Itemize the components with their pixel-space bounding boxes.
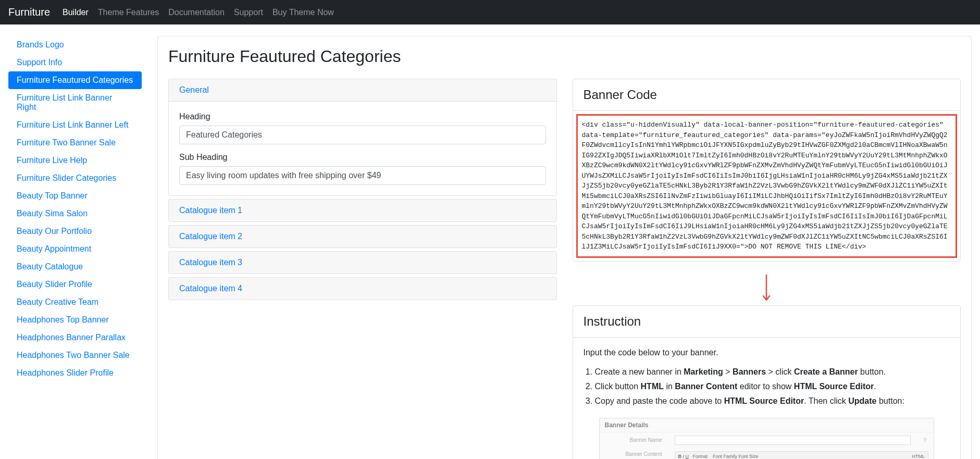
sidebar-item-furniture-two-banner-sale[interactable]: Furniture Two Banner Sale <box>8 134 142 152</box>
nav-link-support[interactable]: Support <box>234 8 263 17</box>
accordion-general: General Heading Sub Heading <box>168 79 557 196</box>
nav-link-theme-features[interactable]: Theme Features <box>98 8 159 17</box>
subheading-label: Sub Heading <box>179 153 546 162</box>
sidebar-item-beauty-our-portfolio[interactable]: Beauty Our Portfolio <box>8 222 142 240</box>
instruction-step-1: Create a new banner in Marketing > Banne… <box>595 366 950 378</box>
instruction-title: Instruction <box>573 306 961 338</box>
accordion-item-1[interactable]: Catalogue item 1 <box>168 199 557 222</box>
banner-code-panel: Banner Code <div class="u-hiddenVisually… <box>573 79 961 262</box>
help-icon: ? <box>923 437 928 443</box>
banner-code-content[interactable]: <div class="u-hiddenVisually" data-local… <box>576 114 958 258</box>
accordion-item-2[interactable]: Catalogue item 2 <box>168 225 557 248</box>
sidebar-item-headphones-two-banner-sale[interactable]: Headphones Two Banner Sale <box>8 346 142 364</box>
sidebar-item-headphones-top-banner[interactable]: Headphones Top Banner <box>8 311 142 329</box>
sidebar-item-beauty-top-banner[interactable]: Beauty Top Banner <box>8 187 142 205</box>
instruction-step-3: Copy and paste the code above to HTML So… <box>595 395 950 407</box>
instruction-step-2: Click button HTML in Banner Content edit… <box>595 380 950 393</box>
subheading-input[interactable] <box>179 166 546 185</box>
instruction-panel: Instruction Input the code below to your… <box>573 305 961 460</box>
instruction-intro: Input the code below to your banner. <box>584 348 950 357</box>
accordion-item-4[interactable]: Catalogue item 4 <box>168 277 557 300</box>
sidebar-item-furniture-feautured-categories[interactable]: Furniture Feautured Categories <box>8 71 142 89</box>
instruction-list: Create a new banner in Marketing > Banne… <box>584 366 950 407</box>
banner-code-title: Banner Code <box>573 79 961 111</box>
mock-banner-name-input <box>675 436 911 445</box>
mock-editor-toolbar: B I U Format Font Family Font Size HTML <box>675 451 929 460</box>
sidebar-item-headphones-slider-profile[interactable]: Headphones Slider Profile <box>8 364 142 382</box>
sidebar-item-headphones-banner-parallax[interactable]: Headphones Banner Parallax <box>8 329 142 346</box>
instruction-screenshot: Banner Details Banner Name ? Banner Cont… <box>599 418 935 460</box>
navbar: Furniture Builder Theme Features Documen… <box>0 0 980 24</box>
heading-label: Heading <box>179 112 546 121</box>
accordion-item-2-header[interactable]: Catalogue item 2 <box>169 226 556 247</box>
sidebar-item-beauty-catalogue[interactable]: Beauty Catalogue <box>8 258 142 276</box>
sidebar-item-furniture-list-link-banner-left[interactable]: Furniture List Link Banner Left <box>8 116 142 134</box>
sidebar-item-furniture-slider-categories[interactable]: Furniture Slider Categories <box>8 169 142 187</box>
content-area: Furniture Feautured Categories General H… <box>157 36 972 459</box>
sidebar-item-beauty-slider-profile[interactable]: Beauty Slider Profile <box>8 276 142 293</box>
accordion-item-3[interactable]: Catalogue item 3 <box>168 251 557 274</box>
sidebar-item-beauty-creative-team[interactable]: Beauty Creative Team <box>8 293 142 311</box>
sidebar-item-brands-logo[interactable]: Brands Logo <box>8 36 142 54</box>
mock-banner-details: Banner Details <box>600 418 934 432</box>
sidebar-item-support-info[interactable]: Support Info <box>8 54 142 71</box>
mock-banner-content-label: Banner Content <box>605 451 662 457</box>
nav-link-buy-theme[interactable]: Buy Theme Now <box>272 8 334 17</box>
mock-banner-name-label: Banner Name <box>605 437 662 443</box>
sidebar: Brands LogoSupport InfoFurniture Feautur… <box>8 36 142 459</box>
heading-input[interactable] <box>179 126 546 144</box>
nav-link-builder[interactable]: Builder <box>63 8 89 17</box>
navbar-brand[interactable]: Furniture <box>8 6 50 18</box>
page-title: Furniture Feautured Categories <box>168 47 961 66</box>
accordion-item-1-header[interactable]: Catalogue item 1 <box>169 200 556 221</box>
nav-link-documentation[interactable]: Documentation <box>168 8 225 17</box>
sidebar-item-beauty-appointment[interactable]: Beauty Appointment <box>8 240 142 258</box>
sidebar-item-beauty-sima-salon[interactable]: Beauty Sima Salon <box>8 205 142 222</box>
accordion-item-4-header[interactable]: Catalogue item 4 <box>169 278 556 300</box>
sidebar-item-furniture-list-link-banner-right[interactable]: Furniture List Link Banner Right <box>8 89 142 116</box>
sidebar-item-furniture-live-help[interactable]: Furniture Live Help <box>8 152 142 169</box>
accordion-item-3-header[interactable]: Catalogue item 3 <box>169 252 556 274</box>
accordion-general-header[interactable]: General <box>169 79 556 102</box>
arrow-down-icon <box>760 274 773 305</box>
